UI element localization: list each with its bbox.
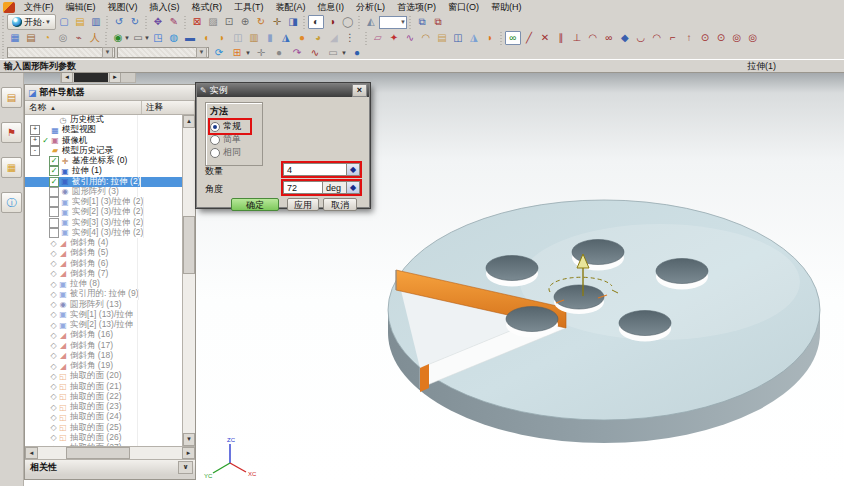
undo-icon[interactable]: ↺ bbox=[111, 15, 127, 29]
vertical-scrollbar[interactable]: ▲ ▼ bbox=[182, 115, 195, 446]
display-window-icon[interactable]: ▨ bbox=[205, 15, 221, 29]
background-combo[interactable]: ▼ bbox=[379, 16, 407, 29]
circle-icon[interactable]: ⊙ bbox=[697, 31, 713, 45]
tree-row[interactable]: ✓✛基准坐标系 (0) bbox=[25, 156, 182, 166]
selection-tool-icon[interactable]: ✥ bbox=[150, 15, 166, 29]
point-icon[interactable]: ✕ bbox=[537, 31, 553, 45]
scroll-up-icon[interactable]: ▲ bbox=[183, 115, 195, 128]
wireframe-display-icon[interactable]: ◯ bbox=[340, 15, 356, 29]
checkbox-unchecked[interactable]: ✓ bbox=[49, 228, 59, 238]
tree-row[interactable]: +▦模型视图 bbox=[25, 125, 182, 135]
circle-center-icon[interactable]: ⊙ bbox=[713, 31, 729, 45]
new-file-icon[interactable]: ▢ bbox=[56, 15, 72, 29]
chain-icon[interactable]: ∞ bbox=[505, 31, 521, 45]
copy-object-icon[interactable]: ⧉ bbox=[430, 15, 446, 29]
circle-3pt-icon[interactable]: ◎ bbox=[729, 31, 745, 45]
scroll-down-icon[interactable]: ▼ bbox=[183, 433, 195, 446]
checkbox-checked[interactable]: ✓ bbox=[49, 156, 59, 166]
menu-insert[interactable]: 插入(S) bbox=[144, 0, 186, 15]
profile-icon[interactable]: ⌐ bbox=[665, 31, 681, 45]
角度-input[interactable]: 72 bbox=[283, 181, 323, 194]
close-part-icon[interactable]: ⊠ bbox=[189, 15, 205, 29]
datum-csys-icon[interactable]: ▱ bbox=[370, 31, 386, 45]
style-pen-icon[interactable]: ✎ bbox=[166, 15, 182, 29]
arc-icon[interactable]: ◠ bbox=[585, 31, 601, 45]
line-icon[interactable]: ╱ bbox=[521, 31, 537, 45]
dialog-title-bar[interactable]: ✎ 实例 × bbox=[197, 84, 369, 97]
menu-file[interactable]: 文件(F) bbox=[18, 0, 60, 15]
open-icon[interactable]: ▤ bbox=[72, 15, 88, 29]
hole-icon[interactable]: ◖ bbox=[198, 31, 214, 45]
link-icon[interactable]: ⌁ bbox=[71, 31, 87, 45]
menu-tools[interactable]: 工具(T) bbox=[228, 0, 270, 15]
scroll-right-icon[interactable]: ► bbox=[109, 72, 121, 83]
vertical-scroll-thumb[interactable] bbox=[183, 216, 195, 274]
joint-icon[interactable]: 人 bbox=[87, 31, 103, 45]
spline-icon[interactable]: ∿ bbox=[402, 31, 418, 45]
rotate-view-icon[interactable]: ↻ bbox=[253, 15, 269, 29]
menu-edit[interactable]: 编辑(E) bbox=[60, 0, 102, 15]
radio-icon[interactable] bbox=[210, 122, 220, 132]
scroll-left-icon[interactable]: ◄ bbox=[61, 72, 73, 83]
menu-preferences[interactable]: 首选项(P) bbox=[391, 0, 442, 15]
apply-button[interactable]: 应用 bbox=[287, 198, 319, 211]
checkbox-checked[interactable]: ✓ bbox=[49, 166, 59, 176]
vertical-icon[interactable]: ↑ bbox=[681, 31, 697, 45]
expand-toggle-icon[interactable]: + bbox=[30, 125, 40, 135]
arc-cw-icon[interactable]: ◡ bbox=[633, 31, 649, 45]
checkbox-unchecked[interactable]: ✓ bbox=[49, 187, 59, 197]
panel-resize-strip[interactable]: ◄ ► bbox=[60, 72, 136, 83]
shaded-display-icon[interactable]: ◐ bbox=[308, 15, 324, 29]
scroll-thumb[interactable] bbox=[74, 73, 108, 82]
scope-filter-combo[interactable]: ▼ bbox=[117, 47, 209, 58]
close-icon[interactable]: × bbox=[352, 84, 367, 97]
checkbox-checked[interactable]: ✓ bbox=[49, 177, 59, 187]
radio-icon[interactable] bbox=[210, 135, 220, 145]
method-option-常规[interactable]: 常规 bbox=[210, 120, 250, 133]
menu-assemblies[interactable]: 装配(A) bbox=[270, 0, 312, 15]
expand-toggle-icon[interactable]: - bbox=[30, 146, 40, 156]
part-navigator-icon[interactable]: ▦ bbox=[1, 157, 22, 178]
spinner-button[interactable]: ◆ bbox=[347, 163, 360, 176]
scroll-left-icon[interactable]: ◄ bbox=[25, 447, 38, 459]
redo-icon[interactable]: ↻ bbox=[127, 15, 143, 29]
chamfer-icon[interactable]: ◢ bbox=[326, 31, 342, 45]
column-comments[interactable]: 注释 bbox=[142, 101, 195, 114]
cone-icon[interactable]: ◮ bbox=[278, 31, 294, 45]
tree-row[interactable]: ◷历史模式 bbox=[25, 115, 182, 125]
snap-point-icon[interactable]: ⊞ bbox=[229, 46, 245, 60]
swirl-icon[interactable]: ◗ bbox=[482, 31, 498, 45]
spinner-button[interactable]: ◆ bbox=[347, 181, 360, 194]
quadrant-icon[interactable]: ● bbox=[271, 46, 287, 60]
studio-spline-icon[interactable]: ◆ bbox=[617, 31, 633, 45]
menu-format[interactable]: 格式(R) bbox=[186, 0, 229, 15]
start-menu-button[interactable]: 开始· ▼ bbox=[7, 14, 56, 30]
point-set-icon[interactable]: ✦ bbox=[386, 31, 402, 45]
assembly-navigator-icon[interactable]: ▤ bbox=[1, 87, 22, 108]
radio-icon[interactable] bbox=[210, 148, 220, 158]
face-analysis-icon[interactable]: ◑ bbox=[324, 15, 340, 29]
sphere-icon[interactable]: ● bbox=[294, 31, 310, 45]
selection-filter-combo[interactable]: ▼ bbox=[7, 47, 115, 58]
dependencies-section[interactable]: 相关性 ∨ bbox=[25, 459, 195, 475]
checkbox-unchecked[interactable]: ✓ bbox=[49, 197, 59, 207]
more-features-icon[interactable]: ⋮ bbox=[342, 31, 358, 45]
ball-snap-icon[interactable]: ● bbox=[349, 46, 365, 60]
emboss-icon[interactable]: ▮ bbox=[262, 31, 278, 45]
pad-icon[interactable]: ▥ bbox=[246, 31, 262, 45]
expand-toggle-icon[interactable]: + bbox=[30, 136, 40, 146]
wedge-icon[interactable]: ◮ bbox=[466, 31, 482, 45]
menu-help[interactable]: 帮助(H) bbox=[485, 0, 528, 15]
ok-button[interactable]: 确定 bbox=[231, 198, 279, 211]
menu-information[interactable]: 信息(I) bbox=[312, 0, 351, 15]
horizontal-scroll-thumb[interactable] bbox=[66, 447, 130, 459]
arc-ccw-icon[interactable]: ◠ bbox=[649, 31, 665, 45]
plane-snap-icon[interactable]: ▭ bbox=[325, 46, 341, 60]
constraint-navigator-icon[interactable]: ⚑ bbox=[1, 122, 22, 143]
fit-view-icon[interactable]: ◨ bbox=[285, 15, 301, 29]
box3d-icon[interactable]: ◫ bbox=[450, 31, 466, 45]
chevron-down-icon[interactable]: ∨ bbox=[178, 461, 193, 474]
method-option-简单[interactable]: 简单 bbox=[210, 133, 262, 146]
menu-view[interactable]: 视图(V) bbox=[102, 0, 144, 15]
move-object-icon[interactable]: ⧉ bbox=[414, 15, 430, 29]
